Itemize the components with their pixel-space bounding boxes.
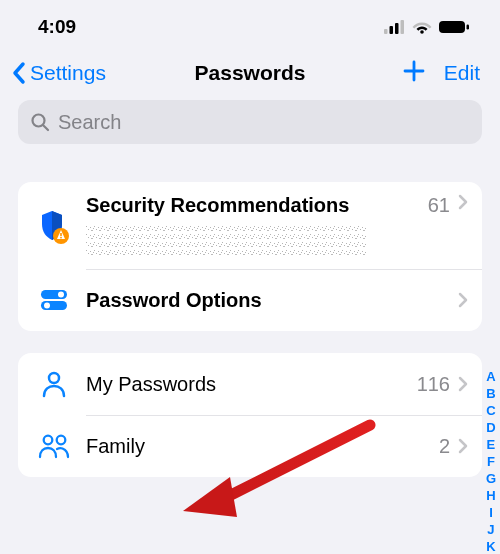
- chevron-left-icon: [10, 61, 28, 85]
- svg-rect-10: [60, 233, 62, 236]
- wifi-icon: [412, 20, 432, 34]
- svg-marker-20: [183, 477, 237, 517]
- redacted-subtext: [86, 225, 366, 255]
- person-icon: [40, 370, 68, 398]
- svg-rect-11: [60, 237, 62, 238]
- index-letter[interactable]: C: [486, 402, 495, 419]
- row-count: 2: [439, 435, 450, 458]
- svg-point-16: [49, 373, 59, 383]
- back-button[interactable]: Settings: [10, 61, 106, 85]
- svg-rect-6: [467, 25, 470, 30]
- index-letter[interactable]: B: [486, 385, 495, 402]
- group-collections: My Passwords 116 Family 2: [18, 353, 482, 477]
- index-letter[interactable]: F: [487, 453, 495, 470]
- toggles-icon: [39, 288, 69, 312]
- svg-rect-5: [439, 21, 465, 33]
- back-label: Settings: [30, 61, 106, 85]
- chevron-right-icon: [458, 438, 468, 454]
- group-settings: Security Recommendations 61 Password Opt…: [18, 182, 482, 331]
- row-title: Password Options: [86, 289, 458, 312]
- index-letter[interactable]: H: [486, 487, 495, 504]
- cellular-icon: [384, 20, 406, 34]
- row-title: Security Recommendations: [86, 194, 428, 217]
- index-letter[interactable]: D: [486, 419, 495, 436]
- status-icons: [384, 20, 470, 34]
- section-index[interactable]: A B C D E F G H I J K: [486, 368, 496, 554]
- svg-point-15: [44, 303, 50, 309]
- svg-rect-0: [384, 29, 388, 34]
- status-time: 4:09: [38, 16, 76, 38]
- index-letter[interactable]: J: [487, 521, 494, 538]
- index-letter[interactable]: G: [486, 470, 496, 487]
- svg-point-13: [58, 292, 64, 298]
- svg-point-17: [44, 436, 53, 445]
- chevron-right-icon: [458, 376, 468, 392]
- svg-point-18: [57, 436, 66, 445]
- battery-icon: [438, 20, 470, 34]
- search-placeholder: Search: [58, 111, 121, 134]
- row-family[interactable]: Family 2: [18, 415, 482, 477]
- status-bar: 4:09: [0, 0, 500, 48]
- row-my-passwords[interactable]: My Passwords 116: [18, 353, 482, 415]
- shield-alert-icon: [39, 210, 69, 244]
- row-count: 61: [428, 194, 450, 217]
- index-letter[interactable]: E: [487, 436, 496, 453]
- chevron-right-icon: [458, 194, 468, 210]
- people-icon: [37, 433, 71, 459]
- edit-button[interactable]: Edit: [444, 61, 480, 85]
- svg-rect-1: [390, 26, 394, 34]
- search-icon: [30, 112, 50, 132]
- index-letter[interactable]: I: [489, 504, 493, 521]
- row-password-options[interactable]: Password Options: [18, 269, 482, 331]
- index-letter[interactable]: A: [486, 368, 495, 385]
- row-security-recommendations[interactable]: Security Recommendations 61: [18, 182, 482, 269]
- page-title: Passwords: [195, 61, 306, 85]
- svg-rect-2: [395, 23, 399, 34]
- search-input[interactable]: Search: [18, 100, 482, 144]
- chevron-right-icon: [458, 292, 468, 308]
- add-button[interactable]: [402, 58, 426, 88]
- svg-point-4: [420, 30, 424, 34]
- row-title: My Passwords: [86, 373, 417, 396]
- plus-icon: [402, 59, 426, 83]
- row-count: 116: [417, 373, 450, 396]
- row-title: Family: [86, 435, 439, 458]
- svg-rect-3: [401, 20, 405, 34]
- svg-line-8: [43, 125, 48, 130]
- nav-bar: Settings Passwords Edit: [0, 48, 500, 100]
- index-letter[interactable]: K: [486, 538, 495, 554]
